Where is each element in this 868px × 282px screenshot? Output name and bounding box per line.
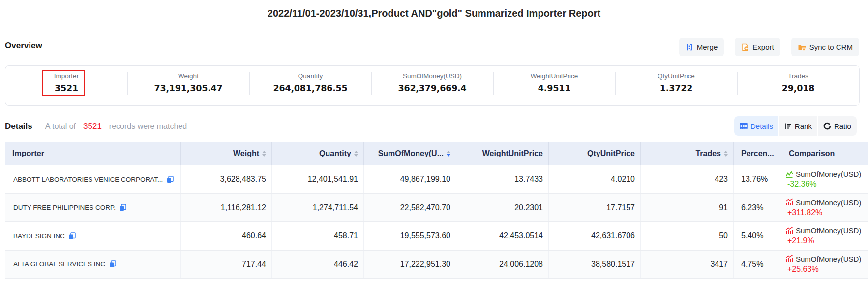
col-header-importer[interactable]: Importer <box>5 142 181 165</box>
comparison-cell: SumOfMoney(USD) -32.36% <box>781 165 868 193</box>
stat-weight: Weight 73,191,305.47 <box>127 66 249 105</box>
importer-cell[interactable]: BAYDESIGN INC <box>5 222 181 250</box>
col-header-quantity[interactable]: Quantity <box>272 142 364 165</box>
table-header-row: Importer Weight Quantity SumOfMoney(U...… <box>5 142 868 165</box>
importer-cell[interactable]: DUTY FREE PHILIPPINES CORP. <box>5 194 181 222</box>
merge-button[interactable]: Merge <box>679 38 724 56</box>
trades-cell: 50 <box>641 222 734 250</box>
overview-heading: Overview <box>5 41 42 51</box>
comparison-cell: SumOfMoney(USD) +21.9% <box>781 222 868 250</box>
tab-details[interactable]: Details <box>734 116 778 136</box>
export-button[interactable]: Export <box>735 38 780 56</box>
sync-crm-icon <box>798 43 806 51</box>
details-summary-suffix: records were matched <box>109 122 187 131</box>
sync-to-crm-button-label: Sync to CRM <box>809 43 853 51</box>
table-body: ABBOTT LABORATORIES VENICE CORPORAT... 3… <box>5 165 868 279</box>
tab-rank-label: Rank <box>795 122 812 130</box>
merge-button-label: Merge <box>697 43 718 51</box>
quantity-cell: 12,401,541.91 <box>272 165 364 193</box>
percent-cell: 13.76% <box>734 165 781 193</box>
weight-cell: 3,628,483.75 <box>181 165 272 193</box>
stat-quantity: Quantity 264,081,786.55 <box>249 66 371 105</box>
stat-sumofmoney: SumOfMoney(USD) 362,379,669.4 <box>371 66 493 105</box>
export-button-label: Export <box>752 43 774 51</box>
stat-weightunitprice-value: 4.9511 <box>493 82 615 94</box>
importer-cell[interactable]: ABBOTT LABORATORIES VENICE CORPORAT... <box>5 165 181 193</box>
trades-cell: 3417 <box>641 251 734 279</box>
col-header-weight[interactable]: Weight <box>181 142 272 165</box>
trend-down-chart-icon <box>785 170 793 178</box>
comparison-change: +21.9% <box>785 236 814 245</box>
trend-up-chart-icon <box>785 198 793 206</box>
rank-icon <box>784 123 792 130</box>
comparison-cell: SumOfMoney(USD) +25.63% <box>781 251 868 279</box>
table-row: BAYDESIGN INC 460.64 458.71 19,555,573.6… <box>5 222 868 251</box>
col-header-comparison: Comparison <box>781 142 868 165</box>
stat-qtyunitprice-label: QtyUnitPrice <box>615 72 737 81</box>
col-header-trades[interactable]: Trades <box>641 142 734 165</box>
export-icon <box>741 43 749 51</box>
sort-icon-weight[interactable] <box>262 151 266 157</box>
stat-weight-value: 73,191,305.47 <box>127 82 249 94</box>
table-row: ALTA GLOBAL SERVICES INC 717.44 446.42 1… <box>5 251 868 279</box>
weightunitprice-cell: 42,453.0514 <box>456 222 549 250</box>
qtyunitprice-cell: 38,580.1517 <box>549 251 641 279</box>
weight-cell: 1,116,281.12 <box>181 194 272 222</box>
copy-icon[interactable] <box>167 176 174 183</box>
weight-cell: 717.44 <box>181 251 272 279</box>
percent-cell: 5.40% <box>734 222 781 250</box>
toolbar: Merge Export Sync to CRM <box>679 38 859 56</box>
sumofmoney-cell: 49,867,199.10 <box>364 165 456 193</box>
qtyunitprice-cell: 17.7157 <box>549 194 641 222</box>
comparison-metric: SumOfMoney(USD) <box>796 198 861 207</box>
ratio-icon <box>823 122 831 130</box>
table-row: DUTY FREE PHILIPPINES CORP. 1,116,281.12… <box>5 194 868 222</box>
sumofmoney-cell: 17,222,951.30 <box>364 251 456 279</box>
weightunitprice-cell: 13.7433 <box>456 165 549 193</box>
stat-trades: Trades 29,018 <box>737 66 859 105</box>
details-table-icon <box>740 123 748 130</box>
sort-icon-quantity[interactable] <box>354 151 358 157</box>
tab-ratio[interactable]: Ratio <box>818 116 857 136</box>
sort-icon-trades[interactable] <box>724 151 728 157</box>
comparison-cell: SumOfMoney(USD) +311.82% <box>781 194 868 222</box>
quantity-cell: 458.71 <box>272 222 364 250</box>
sumofmoney-cell: 19,555,573.60 <box>364 222 456 250</box>
merge-icon <box>686 43 693 51</box>
stat-importer: Importer 3521 <box>5 66 127 105</box>
quantity-cell: 1,274,711.54 <box>272 194 364 222</box>
stat-trades-value: 29,018 <box>737 82 859 94</box>
details-bar: Details A total of 3521 records were mat… <box>5 121 187 132</box>
stat-importer-label: Importer <box>5 72 127 81</box>
col-header-percent[interactable]: Percen... <box>734 142 781 165</box>
quantity-cell: 446.42 <box>272 251 364 279</box>
stat-sumofmoney-label: SumOfMoney(USD) <box>371 72 493 81</box>
stat-qtyunitprice: QtyUnitPrice 1.3722 <box>615 66 737 105</box>
stat-qtyunitprice-value: 1.3722 <box>615 82 737 94</box>
weightunitprice-cell: 24,006.1208 <box>456 251 549 279</box>
details-table: Importer Weight Quantity SumOfMoney(U...… <box>5 142 868 279</box>
comparison-change: +25.63% <box>785 265 819 274</box>
stat-weightunitprice-label: WeightUnitPrice <box>493 72 615 81</box>
sync-to-crm-button[interactable]: Sync to CRM <box>791 38 859 56</box>
tab-details-label: Details <box>750 122 773 130</box>
col-header-sumofmoney[interactable]: SumOfMoney(U... <box>364 142 456 165</box>
qtyunitprice-cell: 42,631.6706 <box>549 222 641 250</box>
tab-rank[interactable]: Rank <box>779 116 817 136</box>
details-summary-prefix: A total of <box>45 122 76 131</box>
qtyunitprice-cell: 4.0210 <box>549 165 641 193</box>
copy-icon[interactable] <box>120 204 126 211</box>
stat-weight-label: Weight <box>127 72 249 81</box>
tab-ratio-label: Ratio <box>834 122 851 130</box>
stat-trades-label: Trades <box>737 72 859 81</box>
comparison-metric: SumOfMoney(USD) <box>796 226 861 235</box>
sort-icon-sumofmoney[interactable] <box>447 151 450 157</box>
col-header-qtyunitprice[interactable]: QtyUnitPrice <box>549 142 641 165</box>
stat-quantity-value: 264,081,786.55 <box>249 82 371 94</box>
importer-cell[interactable]: ALTA GLOBAL SERVICES INC <box>5 251 181 279</box>
copy-icon[interactable] <box>69 232 76 240</box>
percent-cell: 4.75% <box>734 251 781 279</box>
copy-icon[interactable] <box>109 260 116 268</box>
col-header-weightunitprice[interactable]: WeightUnitPrice <box>456 142 549 165</box>
weight-cell: 460.64 <box>181 222 272 250</box>
